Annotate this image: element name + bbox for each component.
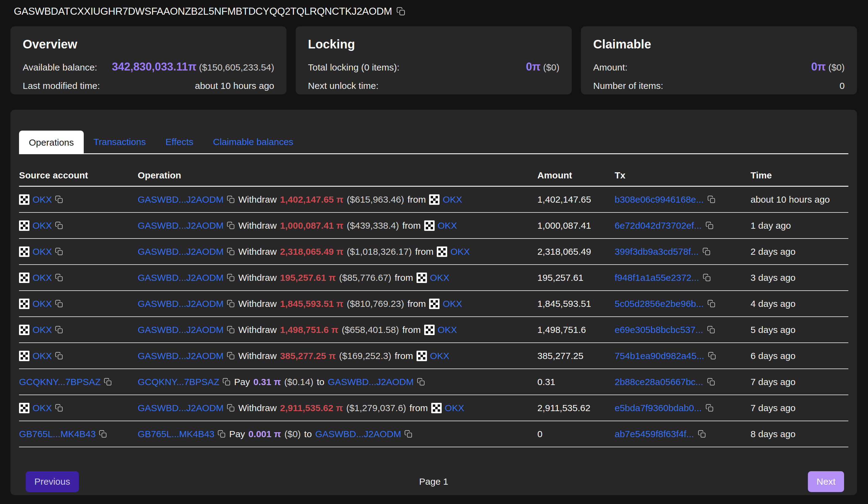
copy-icon[interactable] [55,221,63,230]
tx-hash-link[interactable]: 6e72d042d73702ef... [614,220,702,231]
copy-icon[interactable] [55,273,63,282]
operation-usd-value: ($658,401.58) [342,325,399,335]
operation-cell: GCQKNY...7BPSAZPay0.31 π($0.14)toGASWBD.… [138,377,537,387]
total-locking-value: 0π ($0) [526,60,559,73]
okx-link[interactable]: OKX [450,246,469,257]
okx-link[interactable]: OKX [438,325,457,335]
previous-page-button[interactable]: Previous [26,471,79,492]
account-entity: GASWBD...J2AODM [138,298,235,309]
account-link[interactable]: GASWBD...J2AODM [315,429,401,439]
copy-icon[interactable] [705,404,714,412]
okx-link[interactable]: OKX [32,351,52,361]
copy-icon[interactable] [227,248,235,256]
source-account-cell: OKX [19,403,138,413]
copy-icon[interactable] [703,273,711,282]
okx-link[interactable]: OKX [32,195,52,205]
copy-icon[interactable] [55,326,63,334]
okx-link[interactable]: OKX [443,298,462,309]
tx-hash-link[interactable]: f948f1a1a55e2372... [614,273,699,283]
account-link[interactable]: GASWBD...J2AODM [138,273,224,283]
account-address: GASWBDATCXXIUGHR7DWSFAAONZB2L5NFMBTDCYQQ… [14,6,392,17]
account-link[interactable]: GCQKNY...7BPSAZ [138,377,219,387]
operation-cell: GASWBD...J2AODMWithdraw1,845,593.51 π($8… [138,298,537,309]
operation-verb: Withdraw [238,273,277,283]
copy-icon[interactable] [55,351,63,360]
account-link[interactable]: GASWBD...J2AODM [138,246,224,257]
copy-icon[interactable] [417,378,425,386]
okx-link[interactable]: OKX [438,220,457,231]
copy-icon[interactable] [708,351,716,360]
tx-hash-link[interactable]: 399f3db9a3cd578f... [614,246,699,257]
copy-icon[interactable] [227,300,235,308]
copy-icon[interactable] [217,430,226,438]
account-link[interactable]: GASWBD...J2AODM [138,220,224,231]
copy-icon[interactable] [227,326,235,334]
account-link[interactable]: GB765L...MK4B43 [19,429,96,439]
header-time: Time [751,170,848,181]
operation-usd-value: ($439,338.4) [347,220,399,231]
account-link[interactable]: GCQKNY...7BPSAZ [19,377,101,387]
amount-cell: 1,498,751.6 [537,325,614,335]
account-link[interactable]: GASWBD...J2AODM [138,325,224,335]
tx-hash-link[interactable]: 754b1ea90d982a45... [614,351,704,361]
account-link[interactable]: GB765L...MK4B43 [138,429,214,439]
tx-cell: f948f1a1a55e2372... [614,273,751,283]
copy-icon[interactable] [55,404,63,412]
account-entity: GASWBD...J2AODM [328,377,425,387]
copy-icon[interactable] [705,221,714,230]
okx-link[interactable]: OKX [32,246,52,257]
okx-link[interactable]: OKX [32,298,52,309]
copy-icon[interactable] [104,378,112,386]
copy-icon[interactable] [227,221,235,230]
copy-icon[interactable] [227,273,235,282]
account-link[interactable]: GASWBD...J2AODM [328,377,414,387]
operation-usd-value: ($615,963.46) [347,195,404,205]
exchange-entity: OKX [19,351,63,361]
copy-icon[interactable] [702,248,711,256]
tx-cell: 754b1ea90d982a45... [614,351,751,361]
okx-link[interactable]: OKX [32,325,52,335]
time-cell: 7 days ago [751,377,848,387]
copy-icon[interactable] [707,326,715,334]
okx-logo-icon [19,298,29,309]
okx-link[interactable]: OKX [430,351,450,361]
account-link[interactable]: GASWBD...J2AODM [138,351,224,361]
copy-icon[interactable] [55,300,63,308]
copy-icon[interactable] [698,430,706,438]
okx-link[interactable]: OKX [443,195,462,205]
copy-icon[interactable] [55,195,63,203]
account-link[interactable]: GASWBD...J2AODM [138,298,224,309]
tab-effects[interactable]: Effects [155,130,203,153]
tx-hash-link[interactable]: e69e305b8bcbc537... [614,325,703,335]
tab-claimable-balances[interactable]: Claimable balances [203,130,303,153]
copy-icon[interactable] [707,300,715,308]
account-link[interactable]: GASWBD...J2AODM [138,195,224,205]
tx-hash-link[interactable]: b308e06c9946168e... [614,195,704,205]
copy-icon[interactable] [227,195,235,203]
table-row: OKX GASWBD...J2AODMWithdraw1,845,593.51 … [19,291,848,317]
okx-link[interactable]: OKX [32,403,52,413]
okx-link[interactable]: OKX [430,273,450,283]
okx-link[interactable]: OKX [32,220,52,231]
okx-link[interactable]: OKX [32,273,52,283]
tx-hash-link[interactable]: ab7e5459f8f63f4f... [614,429,694,439]
exchange-entity: OKX [416,273,450,283]
copy-icon[interactable] [55,248,63,256]
tx-hash-link[interactable]: 2b88ce28a05667bc... [614,377,703,387]
okx-link[interactable]: OKX [445,403,464,413]
copy-icon[interactable] [707,378,715,386]
next-page-button[interactable]: Next [808,471,844,492]
copy-icon[interactable] [227,351,235,360]
copy-icon[interactable] [707,195,715,203]
tab-operations[interactable]: Operations [19,130,84,154]
copy-icon[interactable] [223,378,231,386]
copy-icon[interactable] [99,430,107,438]
tx-hash-link[interactable]: e5bda7f9360bdab0... [614,403,702,413]
operation-usd-value: ($1,018,326.17) [347,246,412,257]
copy-icon[interactable] [404,430,413,438]
tx-hash-link[interactable]: 5c05d2856e2be96b... [614,298,704,309]
copy-icon[interactable] [227,404,235,412]
copy-icon[interactable] [396,7,405,16]
tab-transactions[interactable]: Transactions [84,130,156,153]
account-link[interactable]: GASWBD...J2AODM [138,403,224,413]
